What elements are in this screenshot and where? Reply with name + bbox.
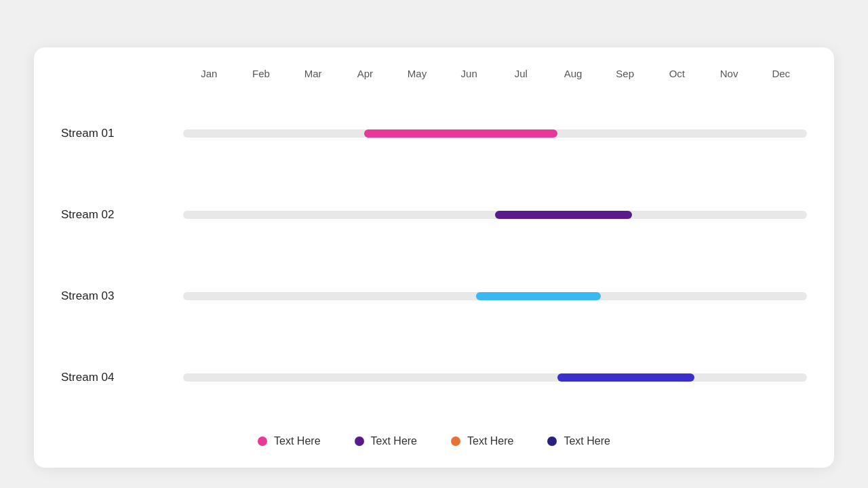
streams-area: Stream 01Stream 02Stream 03Stream 04 [61,86,807,425]
bar-track-4 [183,373,807,382]
month-label-apr: Apr [339,68,391,79]
legend-dot-3 [451,436,460,446]
stream-label-3: Stream 03 [61,289,183,303]
legend-dot-2 [355,436,364,446]
month-label-feb: Feb [235,68,288,79]
legend-label-4: Text Here [564,435,610,447]
bar-track-2 [183,211,807,219]
legend-label-2: Text Here [371,435,417,447]
month-label-nov: Nov [703,68,755,79]
month-label-aug: Aug [547,68,599,79]
legend-item-3: Text Here [451,435,513,447]
months-row: JanFebMarAprMayJunJulAugSepOctNovDec [183,68,807,79]
legend-item-4: Text Here [547,435,610,447]
month-label-jun: Jun [443,68,495,79]
bar-track-1 [183,129,807,138]
legend-row: Text HereText HereText HereText Here [61,425,807,447]
stream-row-2: Stream 02 [61,198,807,232]
month-label-may: May [391,68,443,79]
month-label-jan: Jan [183,68,235,79]
stream-label-1: Stream 01 [61,127,183,140]
stream-label-4: Stream 04 [61,371,183,384]
legend-item-1: Text Here [258,435,320,447]
month-label-oct: Oct [651,68,703,79]
month-label-sep: Sep [599,68,651,79]
legend-label-1: Text Here [274,435,320,447]
bar-fill-3 [476,292,601,300]
stream-row-1: Stream 01 [61,117,807,150]
bar-track-3 [183,292,807,300]
stream-row-4: Stream 04 [61,361,807,394]
bar-fill-1 [364,129,557,138]
stream-label-2: Stream 02 [61,208,183,222]
legend-item-2: Text Here [355,435,417,447]
month-label-dec: Dec [755,68,807,79]
month-label-mar: Mar [287,68,339,79]
legend-dot-4 [547,436,557,446]
stream-row-3: Stream 03 [61,279,807,313]
legend-label-3: Text Here [467,435,513,447]
legend-dot-1 [258,436,267,446]
bar-fill-4 [557,373,694,382]
month-label-jul: Jul [495,68,547,79]
chart-card: JanFebMarAprMayJunJulAugSepOctNovDec Str… [34,47,834,468]
bar-fill-2 [495,211,632,219]
